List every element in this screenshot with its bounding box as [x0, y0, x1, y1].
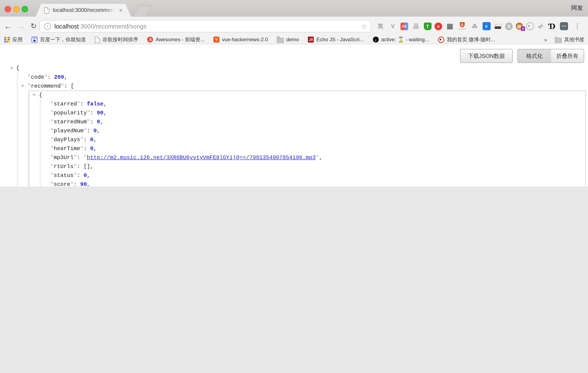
- json-token: :: [77, 154, 84, 161]
- download-json-button[interactable]: 下载JSON数据: [460, 49, 513, 63]
- address-bar[interactable]: i localhost:3000/recommend/songs ☆: [40, 20, 371, 32]
- translate-icon[interactable]: 英: [376, 21, 385, 31]
- s-letter-icon[interactable]: S: [505, 22, 513, 30]
- json-token: ": [50, 101, 54, 107]
- info-icon[interactable]: i: [44, 23, 51, 30]
- json-key: mp3Url: [53, 154, 74, 161]
- url-text[interactable]: localhost:3000/recommend/songs: [54, 23, 147, 30]
- back-button[interactable]: ←: [2, 17, 14, 36]
- bookmarks-overflow-chevron-icon[interactable]: »: [544, 37, 547, 43]
- collapse-toggle-icon[interactable]: [32, 94, 36, 96]
- bookmarks-right: » 其他书签: [544, 36, 585, 44]
- other-bookmarks-label: 其他书签: [564, 36, 585, 43]
- json-line: {: [0, 91, 588, 99]
- json-token: ": [80, 145, 84, 152]
- json-token: ": [316, 154, 319, 161]
- bookmark-item[interactable]: ↓active:⌛- waiting...: [373, 37, 429, 43]
- vue-ext-icon[interactable]: V: [388, 21, 398, 31]
- collapse-all-button[interactable]: 折叠所有: [551, 49, 584, 63]
- bookmarks-bar: 应用百度一下，你就知道谷歌按时间排序AAwesomes - 前端资...Vvue…: [0, 36, 588, 44]
- fastforward-icon[interactable]: »: [434, 22, 442, 30]
- fe-icon[interactable]: FE: [401, 22, 408, 30]
- extension-icons-row: 英VFE品T»▦5PLAYER⁂»S1Ɗ•••: [376, 17, 568, 36]
- json-token: ": [50, 119, 54, 125]
- json-line: "starredNum": 0,: [0, 117, 588, 126]
- json-key: status: [53, 172, 74, 179]
- vue-bookmark-icon: V: [213, 37, 219, 43]
- paw-icon[interactable]: ⁂: [470, 21, 479, 31]
- qr-code-icon[interactable]: ▦: [445, 21, 454, 31]
- browser-tab[interactable]: localhost:3000/recommend/so ×: [36, 4, 131, 17]
- json-value: 0: [94, 128, 97, 134]
- json-key: recommend: [31, 83, 61, 89]
- bookmark-item[interactable]: 应用: [4, 36, 22, 43]
- bookmark-item[interactable]: demo: [277, 37, 299, 43]
- json-url-link[interactable]: http://m2.music.126.net/3XR6BU6yvtyVmFE8…: [87, 154, 316, 161]
- json-token: ": [28, 83, 31, 89]
- other-bookmarks[interactable]: 其他书签: [555, 36, 585, 43]
- json-token: ,: [100, 119, 104, 125]
- tab-close-icon[interactable]: ×: [119, 7, 122, 13]
- collapse-toggle-icon[interactable]: [10, 67, 13, 69]
- json-line: "hearTime": 0,: [0, 144, 588, 153]
- json-bracket: {: [39, 92, 42, 98]
- download-chevrons-icon[interactable]: »: [482, 22, 490, 30]
- json-token: :: [87, 128, 93, 134]
- json-token: ": [70, 181, 74, 187]
- weibo-eye-icon[interactable]: [526, 22, 534, 30]
- sitemap-icon[interactable]: 品: [411, 21, 421, 31]
- window-close-button[interactable]: [5, 6, 11, 12]
- json-line: "score": 90,: [0, 180, 588, 187]
- bookmark-item[interactable]: JSEcho JS - JavaScri...: [308, 37, 364, 43]
- json-bracket: [: [71, 83, 74, 89]
- json-line: "playedNum": 0,: [0, 126, 588, 135]
- json-value: false: [87, 101, 103, 107]
- profile-name[interactable]: 阿发: [571, 4, 583, 12]
- bookmark-item[interactable]: AAwesomes - 前端资...: [147, 36, 204, 43]
- json-token: ": [80, 137, 84, 143]
- bookmark-item[interactable]: 谷歌按时间排序: [95, 36, 138, 43]
- bookmark-star-icon[interactable]: ☆: [361, 22, 367, 31]
- json-bracket: {: [16, 65, 20, 72]
- json-token: ,: [87, 172, 90, 179]
- reload-button[interactable]: ↻: [28, 17, 39, 36]
- browser-menu-icon[interactable]: ⋮: [574, 17, 581, 36]
- json-token: ": [50, 137, 54, 143]
- bookmark-item[interactable]: 百度一下，你就知道: [32, 36, 86, 43]
- json-token: ": [50, 154, 54, 161]
- json-token: ,: [90, 163, 94, 170]
- incognito-icon[interactable]: [494, 22, 502, 30]
- json-token: :: [64, 83, 71, 89]
- json-token: :: [84, 137, 90, 143]
- json-token: :: [77, 172, 84, 179]
- bookmark-item[interactable]: Vvue-hackernews-2.0: [213, 37, 268, 43]
- browser-toolbar: ← → ↻ i localhost:3000/recommend/songs ☆…: [0, 17, 588, 36]
- tampermonkey-shield-icon[interactable]: T: [424, 22, 431, 30]
- d-letter-icon[interactable]: Ɗ: [548, 21, 557, 31]
- json-value: 0: [90, 145, 94, 152]
- bird-icon[interactable]: [537, 23, 545, 29]
- json-token: ": [74, 172, 77, 179]
- forward-button[interactable]: →: [15, 17, 26, 36]
- html5-player-icon[interactable]: 5PLAYER: [458, 21, 467, 31]
- json-key: starredNum: [53, 119, 87, 125]
- json-token: ,: [64, 74, 67, 80]
- monkey-icon[interactable]: 1: [516, 22, 523, 30]
- active-download-icon: ↓: [373, 37, 378, 43]
- bookmark-label: Echo JS - JavaScri...: [316, 37, 364, 43]
- tab-title: localhost:3000/recommend/so: [53, 7, 117, 13]
- more-dots-icon[interactable]: •••: [560, 22, 568, 30]
- bookmark-label: 谷歌按时间排序: [103, 36, 138, 43]
- tab-strip: localhost:3000/recommend/so × 阿发: [0, 0, 588, 17]
- json-token: ": [28, 74, 31, 80]
- json-token: :: [90, 119, 97, 125]
- bookmark-item[interactable]: 我的首页 微博-随时...: [438, 36, 495, 43]
- new-tab-button[interactable]: [133, 5, 152, 17]
- window-zoom-button[interactable]: [22, 6, 28, 12]
- json-key: score: [53, 181, 70, 187]
- format-button[interactable]: 格式化: [517, 49, 551, 63]
- window-minimize-button[interactable]: [13, 6, 19, 12]
- collapse-toggle-icon[interactable]: [21, 85, 24, 87]
- json-token: :: [47, 74, 54, 80]
- page-favicon-icon: [44, 7, 49, 13]
